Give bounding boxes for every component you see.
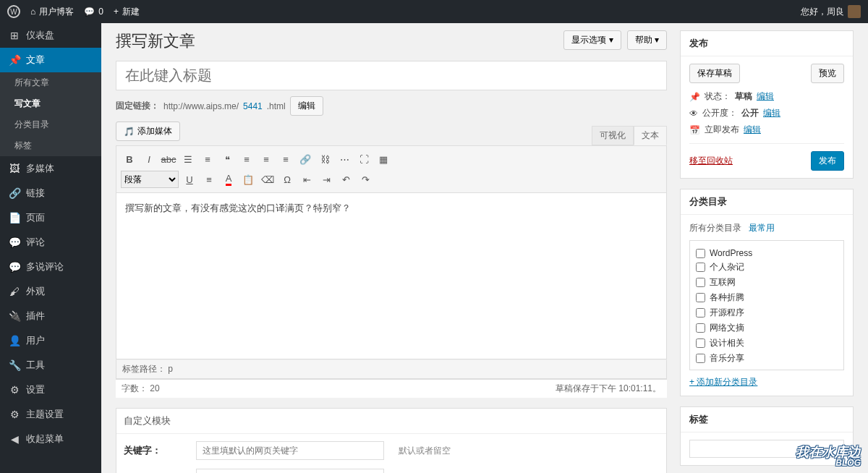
sidebar-item-tools[interactable]: 🔧工具 (0, 353, 101, 378)
category-checkbox[interactable] (696, 308, 705, 318)
eye-icon: 👁 (689, 108, 698, 119)
category-checkbox[interactable] (696, 249, 705, 258)
align-left-button[interactable]: ≡ (238, 150, 255, 168)
help-button[interactable]: 帮助 ▾ (627, 30, 667, 50)
category-checkbox[interactable] (696, 278, 705, 287)
screen-options-button[interactable]: 显示选项 ▾ (563, 30, 621, 50)
justify-button[interactable]: ≡ (200, 171, 218, 188)
category-item[interactable]: 互联网 (696, 275, 838, 290)
cat-tab-all[interactable]: 所有分类目录 (689, 222, 741, 234)
gear-icon: ⚙ (9, 384, 20, 396)
clear-format-button[interactable]: ⌫ (259, 171, 276, 188)
visual-tab[interactable]: 可视化 (592, 126, 634, 145)
autosave-status: 草稿保存于下午 10:01:11。 (556, 383, 661, 395)
category-item[interactable]: WordPress (696, 247, 838, 260)
category-checkbox[interactable] (696, 293, 705, 302)
description-input[interactable] (196, 469, 384, 473)
strike-button[interactable]: abc (160, 150, 177, 168)
paste-text-button[interactable]: 📋 (239, 171, 257, 188)
format-select[interactable]: 段落 (121, 171, 179, 188)
redo-button[interactable]: ↷ (357, 171, 374, 188)
user-icon: 👤 (9, 335, 20, 346)
post-title-input[interactable] (116, 61, 667, 90)
custom-metabox: 自定义模块 关键字： 默认或者留空 网页描述： 默认或者留空 (116, 408, 667, 473)
toolbar-toggle-button[interactable]: ▦ (375, 150, 392, 168)
category-item[interactable]: 音乐分享 (696, 351, 838, 366)
pin-icon: 📌 (9, 54, 20, 66)
add-category-link[interactable]: + 添加新分类目录 (689, 376, 757, 388)
fullscreen-button[interactable]: ⛶ (355, 150, 373, 168)
sidebar-item-plugins[interactable]: 🔌插件 (0, 304, 101, 328)
quote-button[interactable]: ❝ (218, 150, 236, 168)
outdent-button[interactable]: ⇤ (298, 171, 315, 188)
media-icon: 🖼 (9, 163, 20, 174)
cat-tab-popular[interactable]: 最常用 (749, 222, 775, 234)
category-item[interactable]: 个人杂记 (696, 260, 838, 275)
publish-box: 发布 保存草稿 预览 📌状态： 草稿 编辑 👁公开度： 公开 编辑 📅立即发布 … (680, 30, 854, 179)
edit-status-link[interactable]: 编辑 (757, 90, 774, 103)
comments-link[interactable]: 💬0 (84, 7, 103, 17)
sidebar-item-pages[interactable]: 📄页面 (0, 205, 101, 230)
text-tab[interactable]: 文本 (634, 126, 667, 145)
editor-toolbar: B I abc ☰ ≡ ❝ ≡ ≡ ≡ 🔗 ⛓ ⋯ ⛶ ▦ 段落 (116, 145, 667, 193)
admin-topbar: W ⌂用户博客 💬0 +新建 您好，周良 (0, 0, 868, 23)
sidebar-item-posts[interactable]: 📌文章 (0, 48, 101, 72)
preview-button[interactable]: 预览 (811, 64, 844, 83)
link-icon: 🔗 (9, 187, 20, 199)
category-item[interactable]: 开源程序 (696, 305, 838, 320)
sidebar-item-dashboard[interactable]: ⊞仪表盘 (0, 23, 101, 48)
sidebar-item-appearance[interactable]: 🖌外观 (0, 279, 101, 304)
editor-content[interactable]: 撰写新的文章，有没有感觉这次的口译满页？特别窄？ (116, 193, 667, 359)
permalink-edit-button[interactable]: 编辑 (290, 96, 323, 116)
wp-logo[interactable]: W (7, 5, 20, 18)
edit-visibility-link[interactable]: 编辑 (763, 107, 780, 119)
more-button[interactable]: ⋯ (336, 150, 353, 168)
link-button[interactable]: 🔗 (297, 150, 314, 168)
italic-button[interactable]: I (140, 150, 158, 168)
sidebar-sub-new-post[interactable]: 写文章 (0, 93, 101, 114)
page-title: 撰写新文章 (116, 30, 195, 52)
special-char-button[interactable]: Ω (278, 171, 296, 188)
text-color-button[interactable]: A (220, 171, 237, 188)
sidebar-item-media[interactable]: 🖼多媒体 (0, 156, 101, 181)
site-home-link[interactable]: ⌂用户博客 (30, 6, 74, 18)
indent-button[interactable]: ⇥ (318, 171, 335, 188)
category-checkbox[interactable] (696, 338, 705, 348)
move-to-trash-link[interactable]: 移至回收站 (689, 155, 733, 167)
category-checkbox[interactable] (696, 323, 705, 333)
category-checkbox[interactable] (696, 263, 705, 272)
sidebar-sub-tags[interactable]: 标签 (0, 135, 101, 156)
comment-icon: 💬 (84, 7, 95, 17)
save-draft-button[interactable]: 保存草稿 (689, 64, 740, 83)
add-media-button[interactable]: 🎵添加媒体 (116, 122, 180, 141)
sidebar-collapse[interactable]: ◀收起菜单 (0, 427, 101, 451)
sidebar-sub-categories[interactable]: 分类目录 (0, 114, 101, 135)
sidebar-item-duoshuo[interactable]: 💬多说评论 (0, 255, 101, 279)
permalink-slug[interactable]: 5441 (243, 101, 263, 111)
category-item[interactable]: 设计相关 (696, 336, 838, 351)
sidebar-item-links[interactable]: 🔗链接 (0, 181, 101, 205)
align-center-button[interactable]: ≡ (258, 150, 275, 168)
category-checkbox[interactable] (696, 354, 705, 363)
category-item[interactable]: 网络文摘 (696, 320, 838, 336)
sidebar-item-settings[interactable]: ⚙设置 (0, 378, 101, 402)
publish-button[interactable]: 发布 (811, 151, 844, 171)
align-right-button[interactable]: ≡ (277, 150, 294, 168)
bold-button[interactable]: B (121, 150, 138, 168)
collapse-icon: ◀ (9, 433, 20, 445)
new-content-link[interactable]: +新建 (114, 6, 140, 18)
unlink-button[interactable]: ⛓ (316, 150, 333, 168)
edit-schedule-link[interactable]: 编辑 (744, 124, 761, 136)
sidebar-sub-all-posts[interactable]: 所有文章 (0, 72, 101, 93)
category-item[interactable]: 各种折腾 (696, 290, 838, 305)
user-greeting[interactable]: 您好，周良 (801, 5, 861, 18)
underline-button[interactable]: U (181, 171, 198, 188)
sidebar-item-comments[interactable]: 💬评论 (0, 230, 101, 255)
sidebar-item-users[interactable]: 👤用户 (0, 328, 101, 353)
keywords-input[interactable] (196, 441, 384, 460)
number-list-button[interactable]: ≡ (199, 150, 216, 168)
bullet-list-button[interactable]: ☰ (179, 150, 197, 168)
dashboard-icon: ⊞ (9, 30, 20, 41)
sidebar-item-theme-settings[interactable]: ⚙主题设置 (0, 402, 101, 427)
undo-button[interactable]: ↶ (337, 171, 354, 188)
